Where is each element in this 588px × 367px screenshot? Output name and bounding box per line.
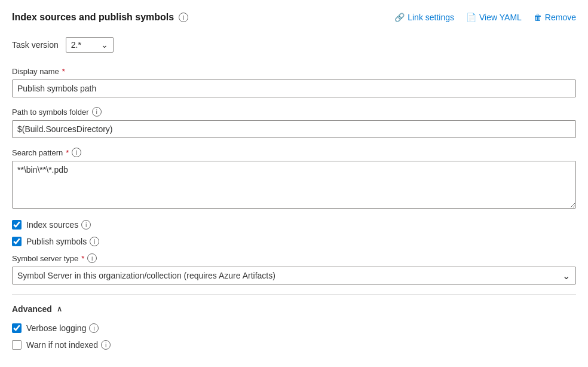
yaml-icon: 📄 <box>466 13 476 22</box>
display-name-group: Display name * <box>12 67 576 97</box>
symbol-server-type-group: Symbol server type * i Symbol Server in … <box>12 253 576 285</box>
path-symbols-info-icon[interactable]: i <box>92 107 102 117</box>
remove-button[interactable]: 🗑 Remove <box>534 13 576 22</box>
task-version-select[interactable]: 2.* ⌄ <box>66 37 114 53</box>
display-name-label: Display name * <box>12 67 576 76</box>
symbol-server-type-wrapper: Symbol Server in this organization/colle… <box>12 267 576 285</box>
symbol-server-type-select[interactable]: Symbol Server in this organization/colle… <box>12 267 576 285</box>
warn-not-indexed-row: Warn if not indexed i <box>12 340 576 350</box>
search-pattern-label: Search pattern * i <box>12 148 576 157</box>
verbose-logging-info-icon[interactable]: i <box>89 323 99 333</box>
page-header: Index sources and publish symbols i 🔗 Li… <box>12 12 576 23</box>
symbol-server-required: * <box>81 254 84 263</box>
verbose-logging-row: Verbose logging i <box>12 323 576 333</box>
symbol-server-type-info-icon[interactable]: i <box>87 253 97 263</box>
search-pattern-required: * <box>66 148 69 157</box>
warn-not-indexed-checkbox[interactable] <box>12 340 22 350</box>
search-pattern-info-icon[interactable]: i <box>72 148 81 157</box>
publish-symbols-checkbox[interactable] <box>12 237 22 246</box>
link-settings-button[interactable]: 🔗 Link settings <box>394 13 454 22</box>
index-sources-checkbox[interactable] <box>12 220 22 230</box>
warn-not-indexed-label[interactable]: Warn if not indexed i <box>26 340 111 350</box>
verbose-logging-label[interactable]: Verbose logging i <box>26 323 99 333</box>
page-title: Index sources and publish symbols <box>12 12 174 23</box>
warn-not-indexed-info-icon[interactable]: i <box>101 340 111 350</box>
view-yaml-button[interactable]: 📄 View YAML <box>466 13 522 22</box>
search-pattern-textarea[interactable]: **\bin\**\*.pdb <box>12 161 576 209</box>
task-version-row: Task version 2.* ⌄ <box>12 37 576 53</box>
task-version-value: 2.* <box>71 40 81 50</box>
task-version-label: Task version <box>12 40 59 50</box>
search-pattern-group: Search pattern * i **\bin\**\*.pdb <box>12 148 576 210</box>
remove-icon: 🗑 <box>534 13 542 22</box>
header-left: Index sources and publish symbols i <box>12 12 188 23</box>
title-info-icon[interactable]: i <box>179 13 188 22</box>
path-symbols-input[interactable] <box>12 120 576 138</box>
verbose-logging-checkbox[interactable] <box>12 323 22 333</box>
link-icon: 🔗 <box>394 13 405 22</box>
publish-symbols-row: Publish symbols i <box>12 237 576 246</box>
display-name-required: * <box>62 67 65 76</box>
path-symbols-group: Path to symbols folder i <box>12 107 576 138</box>
index-sources-label[interactable]: Index sources i <box>26 220 91 230</box>
advanced-header[interactable]: Advanced ∧ <box>12 304 576 314</box>
advanced-divider <box>12 294 576 295</box>
path-symbols-label: Path to symbols folder i <box>12 107 576 117</box>
publish-symbols-info-icon[interactable]: i <box>90 237 99 246</box>
display-name-input[interactable] <box>12 79 576 97</box>
publish-symbols-label[interactable]: Publish symbols i <box>26 237 99 246</box>
task-version-chevron: ⌄ <box>101 40 108 50</box>
index-sources-info-icon[interactable]: i <box>81 220 91 230</box>
symbol-server-type-label: Symbol server type * i <box>12 253 576 263</box>
index-sources-row: Index sources i <box>12 220 576 230</box>
advanced-chevron-icon: ∧ <box>57 305 62 313</box>
header-actions: 🔗 Link settings 📄 View YAML 🗑 Remove <box>394 13 576 22</box>
